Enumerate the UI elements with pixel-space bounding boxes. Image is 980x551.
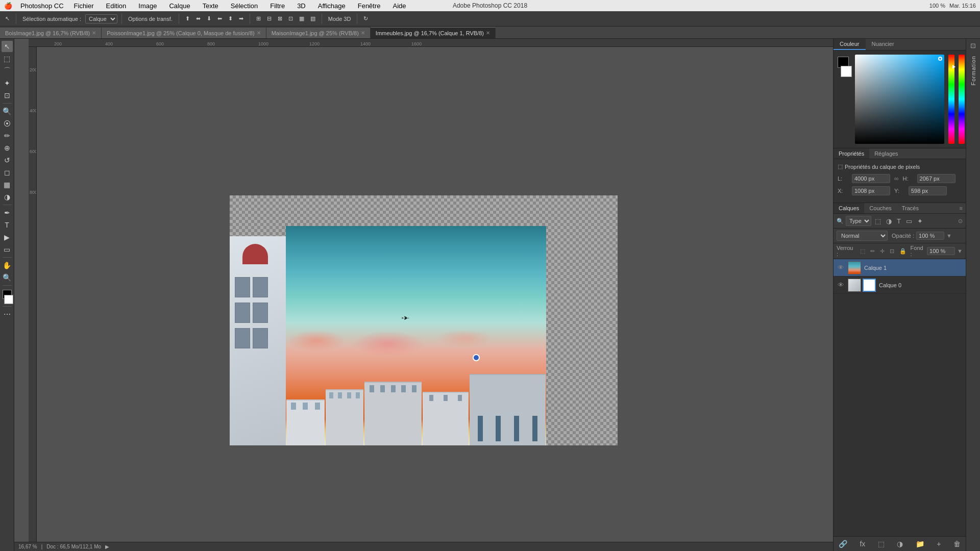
align-right-btn[interactable]: ➡ [237,14,246,23]
align-top-btn[interactable]: ⬆ [183,14,192,23]
options-transf-btn[interactable]: Options de transf. [126,15,175,23]
layer-item-1[interactable]: 👁 Calque 1 [834,259,966,277]
add-fx-icon[interactable]: fx [857,539,867,549]
H-input[interactable] [917,174,955,183]
add-mask-icon[interactable]: ⬚ [876,539,887,549]
menu-calque[interactable]: Calque [167,2,192,10]
add-folder-icon[interactable]: 📁 [914,539,926,549]
tool-brush[interactable]: ✏ [2,130,13,141]
align-mid-h-btn[interactable]: ⬍ [226,14,235,23]
tool-extra[interactable]: ⋯ [2,309,13,320]
filter-toggle[interactable]: ⊙ [958,218,963,224]
tab-0[interactable]: BoisImage1.jpg @ 16,7% (RVB/8) ✕ [0,27,102,38]
tab-traces[interactable]: Tracés [897,203,924,213]
mode-3d-btn[interactable]: Mode 3D [326,15,353,23]
menu-fenetre[interactable]: Fenêtre [356,2,383,10]
tab-reglages[interactable]: Réglages [869,148,903,159]
tab-couleur[interactable]: Couleur [834,39,866,50]
menu-filtre[interactable]: Filtre [268,2,287,10]
tool-hand[interactable]: ✋ [2,260,13,271]
menu-selection[interactable]: Sélection [229,2,260,10]
delete-layer-icon[interactable]: 🗑 [951,539,963,549]
L-input[interactable] [852,174,890,183]
refresh-btn[interactable]: ↻ [361,14,370,23]
canvas-area[interactable]: 200 400 600 800 1000 1200 1400 1600 200 … [14,39,833,551]
tab-0-close[interactable]: ✕ [92,30,96,36]
opacity-arrow[interactable]: ▼ [946,233,952,239]
tool-zoom[interactable]: 🔍 [2,272,13,283]
filter-smart-icon[interactable]: ✦ [916,216,924,226]
color-gradient-picker[interactable] [855,55,944,144]
tool-pen[interactable]: ✒ [2,207,13,218]
menu-fichier[interactable]: Fichier [72,2,96,10]
filter-shape-icon[interactable]: ▭ [904,216,914,226]
tool-gradient[interactable]: ▦ [2,179,13,190]
link-icon[interactable]: ∞ [894,175,899,182]
tool-history-brush[interactable]: ↺ [2,155,13,166]
tool-move[interactable]: ↖ [2,41,13,52]
distribute-btn-2[interactable]: ⊟ [265,14,274,23]
menu-edition[interactable]: Edition [104,2,129,10]
move-tool-btn[interactable]: ↖ [3,14,12,23]
menu-image[interactable]: Image [136,2,159,10]
lock-position-icon[interactable]: ✛ [879,247,886,256]
align-mid-v-btn[interactable]: ⬌ [194,14,203,23]
right-color-bar[interactable] [959,55,965,144]
background-color[interactable] [4,295,13,304]
statusbar-arrow[interactable]: ▶ [105,544,109,549]
tool-eyedropper[interactable]: 🔍 [2,106,13,117]
tab-3[interactable]: Immeubles.jpg @ 16,7% (Calque 1, RVB/8) … [371,27,496,38]
apple-menu[interactable]: 🍎 [4,2,12,10]
tab-nuancier[interactable]: Nuancier [866,39,900,50]
tab-1[interactable]: PoissonImage1.jpg @ 25% (Calque 0, Masqu… [102,27,266,38]
align-left-btn[interactable]: ⬅ [215,14,224,23]
fill-arrow[interactable]: ▼ [957,248,963,254]
tool-crop[interactable]: ⊡ [2,90,13,101]
distribute-btn-1[interactable]: ⊞ [254,14,263,23]
add-link-icon[interactable]: 🔗 [837,539,849,549]
distribute-btn-6[interactable]: ▧ [308,14,317,23]
menu-3d[interactable]: 3D [295,2,308,10]
tool-path-select[interactable]: ▶ [2,232,13,243]
filter-type-select[interactable]: Type [846,216,871,226]
layer-1-visibility[interactable]: 👁 [837,264,845,271]
lock-paint-icon[interactable]: ✏ [869,247,876,256]
tab-1-close[interactable]: ✕ [257,30,261,36]
tool-wand[interactable]: ✦ [2,78,13,89]
align-bottom-btn[interactable]: ⬇ [205,14,213,23]
tab-3-close[interactable]: ✕ [486,30,490,36]
filter-text-icon[interactable]: T [895,216,902,226]
tool-marquee[interactable]: ⬚ [2,53,13,64]
tool-shape[interactable]: ▭ [2,244,13,255]
X-input[interactable] [852,186,890,195]
opacity-input[interactable] [916,232,944,240]
formation-icon[interactable]: ⊡ [970,42,976,49]
formation-title[interactable]: Formation [970,56,976,86]
blend-mode-select[interactable]: Normal Dissoudre Assombrir Multiplier [837,231,888,241]
tool-spot-heal[interactable]: ⦿ [2,118,13,129]
distribute-btn-3[interactable]: ⊠ [276,14,284,23]
layer-0-visibility[interactable]: 👁 [837,281,845,289]
menu-aide[interactable]: Aide [391,2,408,10]
lock-all-icon[interactable]: 🔒 [898,247,908,256]
tab-proprietes[interactable]: Propriétés [834,148,869,159]
filter-pixel-icon[interactable]: ⬚ [873,216,883,226]
tool-type[interactable]: T [2,219,13,231]
distribute-btn-5[interactable]: ▦ [297,14,306,23]
tool-dodge[interactable]: ◑ [2,191,13,203]
tab-2[interactable]: MaisonImage1.jpg @ 25% (RVB/8) ✕ [266,27,371,38]
tab-calques[interactable]: Calques [834,203,864,213]
tab-2-close[interactable]: ✕ [361,30,365,36]
layers-panel-menu[interactable]: ≡ [957,203,966,213]
tab-couches[interactable]: Couches [864,203,896,213]
add-adjustment-icon[interactable]: ◑ [895,539,905,549]
fill-input[interactable] [927,247,955,255]
filter-adj-icon[interactable]: ◑ [885,216,893,226]
lock-artboard-icon[interactable]: ⊡ [889,247,895,256]
tool-eraser[interactable]: ◻ [2,167,13,178]
background-color-swatch[interactable] [841,66,852,77]
tool-lasso[interactable]: ⌒ [2,65,13,77]
lock-transparent-icon[interactable]: ⬚ [859,247,866,256]
menu-texte[interactable]: Texte [201,2,220,10]
Y-input[interactable] [909,186,947,195]
